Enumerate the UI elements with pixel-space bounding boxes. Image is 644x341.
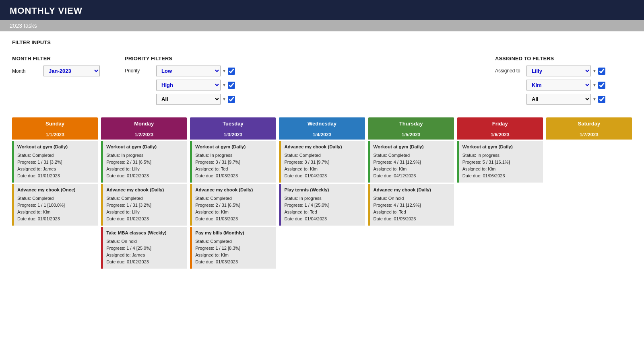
month-select[interactable]: Jan-2023 Feb-2023 Mar-2023 xyxy=(43,66,100,76)
month-label: Month xyxy=(12,68,40,74)
assigned-arrow-all: ▼ xyxy=(592,97,597,101)
day-date-thursday: 1/5/2023 xyxy=(368,130,454,140)
priority-filter-block: PRIORITY FILTERS Priority LowHighAll ▼ H… xyxy=(125,55,246,108)
subtitle-bar: 2023 tasks xyxy=(0,20,644,31)
tasks-thursday: Workout at gym (Daily)Status: CompletedP… xyxy=(368,141,454,226)
assigned-checkbox-lilly[interactable] xyxy=(598,68,605,75)
task-details: Status: CompletedProgress: 3 / 31 [9.7%]… xyxy=(284,152,361,179)
day-column-monday: Monday1/2/2023Workout at gym (Daily)Stat… xyxy=(101,117,187,269)
task-card: Play tennis (Weekly)Status: In progressP… xyxy=(279,184,365,226)
calendar-grid: Sunday1/1/2023Workout at gym (Daily)Stat… xyxy=(12,117,632,269)
task-details: Status: CompletedProgress: 1 / 12 [8.3%]… xyxy=(195,238,272,265)
calendar-section: Sunday1/1/2023Workout at gym (Daily)Stat… xyxy=(12,117,632,269)
task-details: Status: CompletedProgress: 1 / 1 [100.0%… xyxy=(17,195,95,222)
assigned-filter-title: ASSIGNED TO FILTERS xyxy=(495,55,632,62)
task-details: Status: In progressProgress: 1 / 4 [25.0… xyxy=(284,195,361,222)
month-filter-block: MONTH FILTER Month Jan-2023 Feb-2023 Mar… xyxy=(12,55,101,80)
priority-arrow-high: ▼ xyxy=(222,83,226,87)
task-title: Advance my ebook (Daily) xyxy=(374,187,451,194)
day-header-wednesday: Wednesday xyxy=(279,117,365,130)
month-filter-title: MONTH FILTER xyxy=(12,55,101,62)
tasks-wednesday: Advance my ebook (Daily)Status: Complete… xyxy=(279,141,365,226)
task-details: Status: CompletedProgress: 2 / 31 [6.5%]… xyxy=(195,195,272,222)
priority-checkbox-all[interactable] xyxy=(228,96,235,103)
priority-select-all[interactable]: AllLowHigh xyxy=(156,94,221,105)
page-subtitle: 2023 tasks xyxy=(10,23,634,29)
assigned-checkbox-kim[interactable] xyxy=(598,82,605,89)
tasks-monday: Workout at gym (Daily)Status: In progres… xyxy=(101,141,187,269)
priority-checkbox-high[interactable] xyxy=(228,82,235,89)
priority-arrow-all: ▼ xyxy=(222,97,226,101)
task-title: Workout at gym (Daily) xyxy=(17,144,95,151)
filter-section-title: FILTER INPUTS xyxy=(12,39,632,48)
task-card: Advance my ebook (Daily)Status: Complete… xyxy=(279,141,365,183)
day-date-monday: 1/2/2023 xyxy=(101,130,187,140)
day-date-friday: 1/6/2023 xyxy=(457,130,543,140)
assigned-arrow-lilly: ▼ xyxy=(592,69,597,73)
priority-arrow-low: ▼ xyxy=(222,69,226,73)
assigned-select-kim[interactable]: KimLillyJamesTed xyxy=(526,80,591,90)
task-title: Advance my ebook (Daily) xyxy=(284,144,361,151)
task-card: Advance my ebook (Daily)Status: Complete… xyxy=(101,184,187,226)
task-title: Play tennis (Weekly) xyxy=(284,187,361,194)
day-date-tuesday: 1/3/2023 xyxy=(190,130,276,140)
task-details: Status: In progressProgress: 5 / 31 [16.… xyxy=(462,152,540,179)
task-title: Workout at gym (Daily) xyxy=(462,144,540,151)
priority-select-high[interactable]: HighLowAll xyxy=(156,80,221,90)
page-header: MONTHLY VIEW xyxy=(0,0,644,20)
priority-row-low: LowHighAll ▼ xyxy=(156,66,235,76)
task-details: Status: CompletedProgress: 4 / 31 [12.9%… xyxy=(374,152,451,179)
task-title: Take MBA classes (Weekly) xyxy=(106,230,184,237)
assigned-row-lilly: LillyKimJamesTed ▼ xyxy=(526,66,605,76)
day-column-thursday: Thursday1/5/2023Workout at gym (Daily)St… xyxy=(368,117,454,269)
task-card: Workout at gym (Daily)Status: In progres… xyxy=(101,141,187,183)
task-card: Workout at gym (Daily)Status: CompletedP… xyxy=(368,141,454,183)
assigned-filter-block: ASSIGNED TO FILTERS Assigned to LillyKim… xyxy=(495,55,632,108)
assigned-row-all: AllLillyKimJamesTed ▼ xyxy=(526,94,605,105)
page-title: MONTHLY VIEW xyxy=(10,6,634,16)
assigned-checkbox-all[interactable] xyxy=(598,96,605,103)
task-title: Advance my ebook (Once) xyxy=(17,187,95,194)
task-details: Status: On holdProgress: 4 / 31 [12.9%]A… xyxy=(374,195,451,222)
assigned-row-kim: KimLillyJamesTed ▼ xyxy=(526,80,605,90)
priority-row-high: HighLowAll ▼ xyxy=(156,80,235,90)
tasks-tuesday: Workout at gym (Daily)Status: In progres… xyxy=(190,141,276,269)
day-date-saturday: 1/7/2023 xyxy=(546,130,632,140)
day-date-sunday: 1/1/2023 xyxy=(12,130,98,140)
day-header-thursday: Thursday xyxy=(368,117,454,130)
day-header-sunday: Sunday xyxy=(12,117,98,130)
priority-checkbox-low[interactable] xyxy=(228,68,235,75)
task-card: Pay my bills (Monthly)Status: CompletedP… xyxy=(190,227,276,269)
day-date-wednesday: 1/4/2023 xyxy=(279,130,365,140)
task-title: Workout at gym (Daily) xyxy=(106,144,184,151)
day-column-friday: Friday1/6/2023Workout at gym (Daily)Stat… xyxy=(457,117,543,269)
day-column-wednesday: Wednesday1/4/2023Advance my ebook (Daily… xyxy=(279,117,365,269)
task-details: Status: On holdProgress: 1 / 4 [25.0%]As… xyxy=(106,238,184,265)
tasks-friday: Workout at gym (Daily)Status: In progres… xyxy=(457,141,543,183)
task-details: Status: CompletedProgress: 1 / 31 [3.2%]… xyxy=(17,152,95,179)
day-header-tuesday: Tuesday xyxy=(190,117,276,130)
task-card: Take MBA classes (Weekly)Status: On hold… xyxy=(101,227,187,269)
task-card: Workout at gym (Daily)Status: CompletedP… xyxy=(12,141,98,183)
assigned-label: Assigned to xyxy=(495,66,523,74)
day-column-saturday: Saturday1/7/2023 xyxy=(546,117,632,269)
priority-filter-title: PRIORITY FILTERS xyxy=(125,55,246,62)
task-title: Advance my ebook (Daily) xyxy=(106,187,184,194)
task-card: Workout at gym (Daily)Status: In progres… xyxy=(190,141,276,183)
day-column-sunday: Sunday1/1/2023Workout at gym (Daily)Stat… xyxy=(12,117,98,269)
task-title: Advance my ebook (Daily) xyxy=(195,187,272,194)
task-title: Workout at gym (Daily) xyxy=(195,144,272,151)
day-column-tuesday: Tuesday1/3/2023Workout at gym (Daily)Sta… xyxy=(190,117,276,269)
assigned-select-lilly[interactable]: LillyKimJamesTed xyxy=(526,66,591,76)
task-details: Status: CompletedProgress: 1 / 31 [3.2%]… xyxy=(106,195,184,222)
assigned-select-all[interactable]: AllLillyKimJamesTed xyxy=(526,94,591,105)
task-details: Status: In progressProgress: 3 / 31 [9.7… xyxy=(195,152,272,179)
priority-label: Priority xyxy=(125,66,153,74)
assigned-arrow-kim: ▼ xyxy=(592,83,597,87)
task-card: Advance my ebook (Daily)Status: Complete… xyxy=(190,184,276,226)
day-header-monday: Monday xyxy=(101,117,187,130)
priority-select-low[interactable]: LowHighAll xyxy=(156,66,221,76)
day-header-saturday: Saturday xyxy=(546,117,632,130)
task-details: Status: In progressProgress: 2 / 31 [6.5… xyxy=(106,152,184,179)
priority-row-all: AllLowHigh ▼ xyxy=(156,94,235,105)
